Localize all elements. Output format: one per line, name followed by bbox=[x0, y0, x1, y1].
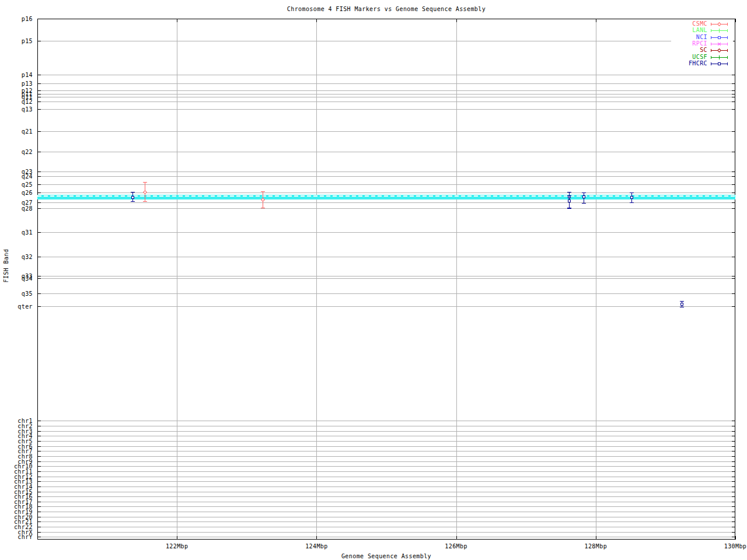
y-tick bbox=[732, 487, 735, 487]
y-gridline bbox=[37, 208, 735, 209]
x-tick bbox=[456, 536, 457, 540]
x-tick bbox=[456, 19, 457, 22]
legend-label: SC bbox=[661, 47, 707, 53]
y-tick bbox=[732, 257, 735, 257]
y-tick bbox=[37, 94, 41, 94]
marker-diamond bbox=[717, 48, 721, 52]
error-bar-cap bbox=[131, 201, 135, 202]
y-tick-label: q13 bbox=[0, 107, 33, 113]
legend-sample-cap bbox=[727, 56, 728, 59]
y-tick bbox=[732, 456, 735, 457]
y-gridline bbox=[37, 502, 735, 502]
y-gridline bbox=[37, 481, 735, 482]
marker-shape bbox=[630, 196, 633, 199]
marker-shape bbox=[717, 48, 721, 52]
x-tick bbox=[316, 536, 317, 540]
y-tick bbox=[732, 436, 735, 436]
legend-sample-cap bbox=[727, 36, 728, 39]
error-bar-cap bbox=[582, 192, 586, 193]
error-bar-cap bbox=[630, 202, 634, 203]
marker-shape bbox=[131, 196, 134, 199]
y-tick bbox=[732, 276, 735, 276]
x-axis-title: Genome Sequence Assembly bbox=[37, 553, 735, 559]
y-gridline bbox=[37, 176, 735, 177]
y-tick bbox=[37, 208, 41, 209]
y-tick bbox=[37, 506, 41, 507]
y-tick bbox=[732, 532, 735, 533]
x-gridline bbox=[316, 19, 317, 540]
x-tick bbox=[177, 19, 177, 22]
y-tick bbox=[37, 496, 41, 497]
y-tick bbox=[732, 172, 735, 172]
y-gridline bbox=[37, 97, 735, 97]
marker-square bbox=[680, 302, 684, 306]
marker-shape bbox=[143, 190, 147, 194]
y-tick bbox=[37, 41, 41, 41]
y-tick bbox=[732, 102, 735, 102]
y-tick bbox=[732, 522, 735, 522]
y-tick-label: q12 bbox=[0, 99, 33, 105]
y-gridline bbox=[37, 278, 735, 279]
y-tick-label: q34 bbox=[0, 276, 33, 282]
y-tick bbox=[37, 446, 41, 447]
y-tick bbox=[732, 451, 735, 452]
y-tick-label: p13 bbox=[0, 81, 33, 87]
marker-square bbox=[717, 36, 721, 40]
y-gridline bbox=[37, 426, 735, 426]
y-gridline bbox=[37, 232, 735, 233]
y-tick bbox=[37, 83, 41, 84]
y-gridline bbox=[37, 487, 735, 487]
y-tick bbox=[732, 94, 735, 94]
y-gridline bbox=[37, 83, 735, 84]
y-gridline bbox=[37, 421, 735, 421]
y-tick-label: q35 bbox=[0, 291, 33, 297]
legend-sample-cap bbox=[711, 43, 711, 46]
y-tick-label: q31 bbox=[0, 230, 33, 236]
marker-square bbox=[131, 195, 135, 200]
y-gridline bbox=[37, 517, 735, 517]
legend-sample-cap bbox=[711, 49, 711, 52]
y-gridline bbox=[37, 492, 735, 492]
y-tick bbox=[732, 109, 735, 110]
y-gridline bbox=[37, 257, 735, 257]
y-gridline bbox=[37, 90, 735, 91]
y-tick bbox=[37, 97, 41, 97]
x-tick-label: 128Mbp bbox=[578, 543, 613, 550]
y-tick-label: q32 bbox=[0, 254, 33, 260]
y-tick bbox=[37, 131, 41, 132]
y-tick bbox=[37, 502, 41, 502]
marker-shape bbox=[261, 197, 265, 201]
y-tick-label: q22 bbox=[0, 149, 33, 155]
y-tick bbox=[732, 496, 735, 497]
x-tick-label: 126Mbp bbox=[439, 543, 474, 550]
y-tick bbox=[37, 471, 41, 472]
y-tick-label: q24 bbox=[0, 174, 33, 180]
y-tick bbox=[732, 184, 735, 185]
y-tick bbox=[37, 75, 41, 75]
y-tick bbox=[37, 172, 41, 172]
marker-square bbox=[630, 195, 634, 200]
y-gridline bbox=[37, 441, 735, 442]
y-tick bbox=[732, 471, 735, 472]
legend-sample-cap bbox=[727, 49, 728, 52]
y-tick-label: q25 bbox=[0, 182, 33, 188]
y-tick bbox=[37, 102, 41, 102]
y-tick bbox=[732, 527, 735, 527]
y-gridline bbox=[37, 172, 735, 172]
y-tick bbox=[37, 152, 41, 152]
x-tick bbox=[596, 19, 596, 22]
y-tick bbox=[37, 512, 41, 512]
marker-shape bbox=[568, 200, 571, 202]
error-bar-cap bbox=[131, 192, 135, 192]
y-gridline bbox=[37, 306, 735, 307]
y-tick-label: qter bbox=[0, 304, 33, 310]
marker-shape bbox=[719, 55, 720, 60]
y-tick bbox=[37, 492, 41, 492]
marker-shape bbox=[680, 303, 683, 306]
y-tick bbox=[732, 506, 735, 507]
y-tick bbox=[37, 90, 41, 91]
y-gridline bbox=[37, 506, 735, 507]
legend-label: UCSF bbox=[661, 54, 707, 60]
legend-label: LANL bbox=[661, 27, 707, 33]
chart-title: Chromosome 4 FISH Markers vs Genome Sequ… bbox=[37, 6, 735, 12]
